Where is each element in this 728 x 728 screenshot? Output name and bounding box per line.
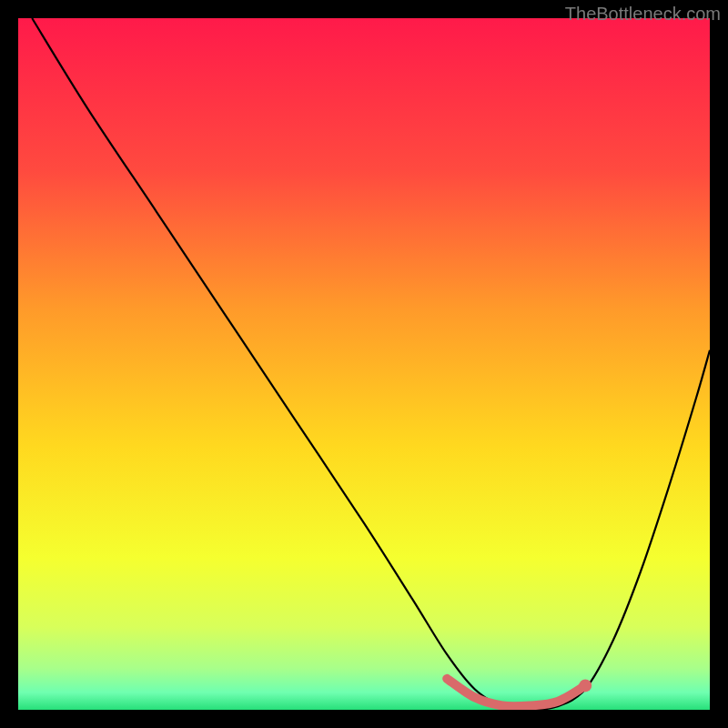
watermark-text: TheBottleneck.com bbox=[565, 4, 721, 25]
chart-plot-area bbox=[18, 18, 710, 710]
bottleneck-curve bbox=[32, 18, 710, 710]
curve-overlay bbox=[18, 18, 710, 710]
highlight-point bbox=[579, 679, 592, 692]
